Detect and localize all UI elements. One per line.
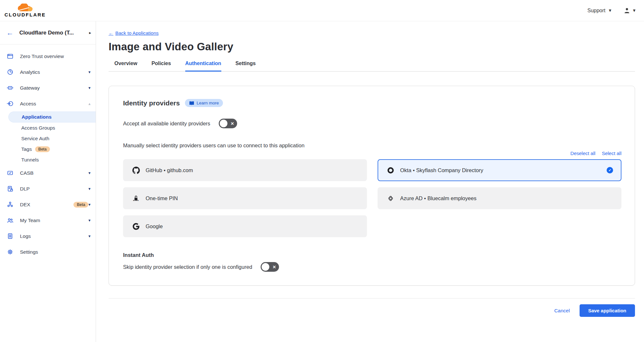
learn-more-badge[interactable]: Learn more	[185, 99, 223, 107]
tab-overview[interactable]: Overview	[114, 61, 137, 72]
back-to-applications-link[interactable]: ← Back to Applications	[109, 30, 159, 36]
select-all-link[interactable]: Select all	[602, 151, 621, 156]
toggle-x-icon: ✕	[231, 122, 234, 126]
book-icon	[189, 101, 194, 105]
cloudflare-logo[interactable]: CLOUDFLARE	[5, 4, 46, 17]
sidebar-item-label: DLP	[20, 186, 88, 192]
beta-badge: Beta	[35, 146, 50, 152]
provider-label: One-time PIN	[146, 195, 359, 201]
provider-label: GitHub • github.com	[146, 167, 359, 173]
accept-all-toggle[interactable]: ✕	[219, 119, 237, 128]
support-label: Support	[587, 8, 605, 14]
save-application-button[interactable]: Save application	[580, 304, 635, 317]
caret-down-icon[interactable]: ▾	[88, 234, 91, 239]
sidebar-item-label: Tunnels	[21, 157, 39, 163]
deselect-all-link[interactable]: Deselect all	[571, 151, 596, 156]
provider-label: Google	[146, 223, 359, 230]
footer-actions: Cancel Save application	[109, 304, 635, 317]
people-icon	[6, 217, 14, 224]
tab-authentication[interactable]: Authentication	[185, 61, 221, 72]
logs-document-icon	[6, 233, 14, 240]
footer-divider	[109, 298, 635, 298]
provider-label: Okta • Skyflash Company Directory	[400, 167, 607, 173]
sidebar-item-logs[interactable]: Logs ▾	[0, 228, 96, 244]
google-icon	[132, 223, 140, 230]
sidebar-item-applications[interactable]: Applications	[8, 112, 96, 122]
sidebar-item-dlp[interactable]: DLP ▾	[0, 181, 96, 197]
sidebar-item-label: CASB	[20, 170, 88, 176]
card-heading: Identity providers	[123, 99, 180, 107]
access-login-icon	[6, 100, 14, 107]
selected-check-icon: ✓	[607, 167, 613, 173]
sidebar-item-label: Zero Trust overview	[20, 54, 91, 59]
window-icon	[6, 53, 14, 60]
sidebar-account-header: ← Cloudflare Demo (T... ▸	[0, 21, 96, 44]
sidebar-item-access[interactable]: Access ▴	[0, 96, 96, 112]
sidebar-item-label: Applications	[22, 114, 52, 120]
chevron-right-icon[interactable]: ▸	[89, 30, 91, 35]
sidebar-item-service-auth[interactable]: Service Auth	[0, 133, 96, 144]
caret-up-icon[interactable]: ▴	[88, 101, 91, 106]
sidebar-item-tunnels[interactable]: Tunnels	[0, 154, 96, 165]
cancel-button[interactable]: Cancel	[554, 308, 570, 314]
sidebar-item-tags[interactable]: Tags Beta	[0, 144, 96, 154]
sidebar-item-access-groups[interactable]: Access Groups	[0, 122, 96, 133]
sidebar-item-label: Gateway	[20, 85, 88, 91]
main-content: ← Back to Applications Image and Video G…	[96, 21, 644, 342]
caret-down-icon[interactable]: ▾	[88, 85, 91, 90]
user-icon	[623, 7, 631, 15]
learn-more-label: Learn more	[197, 101, 219, 105]
page-title: Image and Video Gallery	[109, 41, 635, 53]
sidebar-item-casb[interactable]: CASB ▾	[0, 165, 96, 181]
caret-down-icon[interactable]: ▾	[88, 218, 91, 223]
caret-down-icon[interactable]: ▾	[88, 70, 91, 74]
github-icon	[132, 167, 140, 174]
beta-badge: Beta	[73, 202, 88, 208]
provider-okta[interactable]: Okta • Skyflash Company Directory ✓	[378, 159, 621, 181]
support-menu[interactable]: Support ▼	[587, 8, 612, 14]
caret-down-icon: ▼	[632, 8, 636, 13]
gateway-icon	[6, 84, 14, 92]
azure-ad-icon	[387, 195, 394, 202]
accept-all-label: Accept all available identity providers	[123, 121, 210, 127]
user-menu[interactable]: ▼	[623, 7, 636, 15]
casb-check-box-icon	[6, 170, 14, 177]
tab-policies[interactable]: Policies	[151, 61, 171, 72]
sidebar-item-label: Access Groups	[21, 125, 55, 131]
cloudflare-cloud-icon	[16, 4, 36, 12]
sidebar-item-dex[interactable]: DEX Beta ▾	[0, 197, 96, 212]
dex-network-icon	[6, 201, 14, 208]
tab-settings[interactable]: Settings	[235, 61, 256, 72]
pin-stars: ****	[133, 200, 139, 201]
provider-github[interactable]: GitHub • github.com	[123, 159, 367, 181]
identity-providers-card: Identity providers Learn more Accept all…	[109, 86, 635, 286]
sidebar-item-analytics[interactable]: Analytics ▾	[0, 64, 96, 80]
tab-bar: Overview Policies Authentication Setting…	[109, 61, 635, 72]
back-link-label: Back to Applications	[115, 30, 159, 36]
sidebar-item-gateway[interactable]: Gateway ▾	[0, 80, 96, 96]
provider-one-time-pin[interactable]: **** One-time PIN	[123, 187, 367, 209]
caret-down-icon[interactable]: ▾	[88, 171, 91, 175]
back-arrow-icon[interactable]: ←	[6, 29, 14, 36]
sidebar-item-zero-trust-overview[interactable]: Zero Trust overview	[0, 48, 96, 64]
top-bar: CLOUDFLARE Support ▼ ▼	[0, 0, 644, 21]
caret-down-icon[interactable]: ▾	[88, 202, 91, 207]
caret-down-icon: ▼	[608, 8, 612, 13]
back-arrow-icon: ←	[109, 30, 113, 36]
provider-label: Azure AD • Bluecalm employees	[400, 195, 613, 201]
document-lock-icon	[6, 185, 14, 192]
toggle-knob	[220, 120, 227, 127]
okta-icon	[387, 167, 394, 174]
sidebar-item-label: Service Auth	[21, 136, 49, 142]
sidebar-item-label: My Team	[20, 218, 88, 223]
provider-azure-ad[interactable]: Azure AD • Bluecalm employees	[378, 187, 621, 209]
provider-google[interactable]: Google	[123, 215, 367, 237]
instant-auth-toggle[interactable]: ✕	[261, 262, 279, 272]
account-name[interactable]: Cloudflare Demo (T...	[19, 30, 83, 36]
sidebar-item-label: Tags	[21, 146, 32, 152]
caret-down-icon[interactable]: ▾	[88, 186, 91, 191]
toggle-x-icon: ✕	[273, 265, 276, 269]
sidebar-item-label: Analytics	[20, 69, 88, 75]
sidebar-item-settings[interactable]: Settings	[0, 244, 96, 260]
sidebar-item-my-team[interactable]: My Team ▾	[0, 212, 96, 228]
